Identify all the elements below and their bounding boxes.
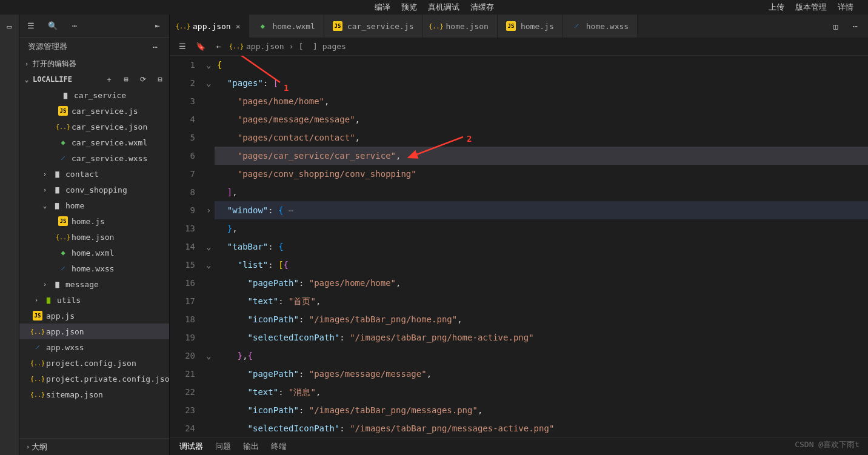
js-icon xyxy=(58,216,68,226)
tree-item[interactable]: project.private.config.json xyxy=(19,371,169,387)
tree-item[interactable]: car_service xyxy=(19,87,169,103)
search-icon[interactable]: 🔍 xyxy=(47,21,58,32)
editor-tab[interactable]: app.json× xyxy=(170,15,249,38)
wxml-icon xyxy=(58,248,68,257)
wxml-icon xyxy=(258,21,267,31)
tree-item-label: message xyxy=(65,280,99,289)
folder-open-icon xyxy=(52,201,62,210)
code-line[interactable]: "text": "消息", xyxy=(215,383,868,401)
folder-open-icon xyxy=(61,90,70,100)
code-line[interactable]: "pages/car_service/car_service", xyxy=(215,147,868,165)
tree-item-label: app.js xyxy=(46,311,75,320)
code-line[interactable]: "text": "首页", xyxy=(215,292,868,310)
panel-tab[interactable]: 输出 xyxy=(243,441,259,452)
panel-tab[interactable]: 调试器 xyxy=(179,441,203,452)
code-line[interactable]: }, xyxy=(215,219,868,237)
annotation-label-1: 1 xyxy=(284,79,289,97)
tree-item[interactable]: home.wxss xyxy=(19,261,169,276)
code-line[interactable]: "pages": [ xyxy=(215,74,868,92)
tree-item[interactable]: car_service.wxml xyxy=(19,135,169,150)
code-line[interactable]: "pages/home/home", xyxy=(215,92,868,110)
menu-item[interactable]: 编译 xyxy=(375,2,390,13)
window-icon[interactable]: ▭ xyxy=(4,21,15,32)
json-icon xyxy=(431,21,441,31)
editor-tab[interactable]: home.json xyxy=(422,15,497,38)
tree-item[interactable]: home.json xyxy=(19,229,169,245)
editor-tab[interactable]: home.wxml xyxy=(249,15,324,38)
section-project[interactable]: ⌄ LOCALLIFE ＋ ⊞ ⟳ ⊟ xyxy=(19,71,169,87)
breadcrumb-file[interactable]: app.json xyxy=(246,42,284,51)
section-open-editors[interactable]: › 打开的编辑器 xyxy=(19,56,169,71)
editor-area: app.json×home.wxmlcar_service.jshome.jso… xyxy=(170,15,868,455)
editor-tab[interactable]: home.wxss xyxy=(563,15,638,38)
panel-tab[interactable]: 问题 xyxy=(215,441,231,452)
code-line[interactable]: "pagePath": "pages/message/message", xyxy=(215,365,868,383)
list-icon[interactable]: ☰ xyxy=(177,41,188,52)
watermark: CSDN @喜欢下雨t xyxy=(795,439,860,450)
collapse-all-icon[interactable]: ⊟ xyxy=(155,74,165,85)
code-line[interactable]: { xyxy=(215,56,868,74)
tree-item[interactable]: car_service.wxss xyxy=(19,150,169,166)
editor-tab[interactable]: home.js xyxy=(498,15,563,38)
close-icon[interactable]: × xyxy=(236,22,241,31)
json-icon xyxy=(33,374,42,384)
menu-icon[interactable]: ☰ xyxy=(25,21,36,32)
tab-label: app.json xyxy=(193,22,231,31)
code-line[interactable]: "pagePath": "pages/home/home", xyxy=(215,274,868,292)
tree-item[interactable]: ⌄home xyxy=(19,198,169,213)
section-outline[interactable]: › 大纲 xyxy=(19,438,169,455)
js-icon xyxy=(58,106,68,116)
tab-label: car_service.js xyxy=(347,22,414,31)
panel-tab[interactable]: 终端 xyxy=(271,441,287,452)
top-menu: 编译预览真机调试清缓存 上传版本管理详情 xyxy=(0,0,868,15)
tree-item[interactable]: app.js xyxy=(19,308,169,324)
code-line[interactable]: "window": { ⋯ xyxy=(215,201,868,219)
split-icon[interactable]: ◫ xyxy=(830,21,841,32)
new-folder-icon[interactable]: ⊞ xyxy=(121,74,132,85)
refresh-icon[interactable]: ⟳ xyxy=(138,74,149,85)
code-line[interactable]: "iconPath": "/images/tabBar_png/messages… xyxy=(215,401,868,419)
bookmark-icon[interactable]: 🔖 xyxy=(195,41,206,52)
code-line[interactable]: },{ xyxy=(215,347,868,365)
menu-item[interactable]: 预览 xyxy=(401,2,417,13)
code-line[interactable]: "tabBar": { xyxy=(215,237,868,256)
code-line[interactable]: "pages/contact/contact", xyxy=(215,128,868,147)
code-editor[interactable]: 123456789131415161718192021222324 ⌄⌄›⌄⌄⌄… xyxy=(170,56,868,437)
back-icon[interactable]: ← xyxy=(213,41,224,52)
menu-item[interactable]: 版本管理 xyxy=(795,2,827,13)
tree-item[interactable]: app.json xyxy=(19,324,169,339)
menu-item[interactable]: 真机调试 xyxy=(428,2,459,13)
code-line[interactable]: "pages/conv_shopping/conv_shopping" xyxy=(215,165,868,183)
tree-item[interactable]: ›contact xyxy=(19,166,169,182)
breadcrumb-symbol[interactable]: pages xyxy=(322,42,346,51)
code-line[interactable]: "selectedIconPath": "/images/tabBar_png/… xyxy=(215,328,868,347)
new-file-icon[interactable]: ＋ xyxy=(104,74,115,85)
tree-item[interactable]: ›utils xyxy=(19,292,169,308)
tree-item[interactable]: car_service.js xyxy=(19,103,169,119)
code-line[interactable]: ], xyxy=(215,183,868,201)
more-icon[interactable]: ⋯ xyxy=(69,21,80,32)
menu-item[interactable]: 清缓存 xyxy=(470,2,494,13)
editor-tab[interactable]: car_service.js xyxy=(324,15,423,38)
code-line[interactable]: "pages/message/message", xyxy=(215,110,868,128)
code-line[interactable]: "iconPath": "/images/tabBar_png/home.png… xyxy=(215,310,868,328)
code-line[interactable]: "list": [{ xyxy=(215,256,868,274)
tree-item[interactable]: car_service.json xyxy=(19,119,169,135)
menu-item[interactable]: 上传 xyxy=(769,2,784,13)
tree-item[interactable]: home.wxml xyxy=(19,245,169,261)
tree-item-label: home xyxy=(65,201,84,210)
menu-item[interactable]: 详情 xyxy=(838,2,853,13)
tree-item[interactable]: ›message xyxy=(19,276,169,292)
tree-item[interactable]: app.wxss xyxy=(19,339,169,355)
json-icon xyxy=(232,42,241,51)
tree-item[interactable]: home.js xyxy=(19,213,169,229)
collapse-icon[interactable]: ⇤ xyxy=(152,21,163,32)
tree-item-label: home.js xyxy=(72,217,105,226)
code-line[interactable]: "selectedIconPath": "/images/tabBar_png/… xyxy=(215,419,868,437)
tree-item[interactable]: project.config.json xyxy=(19,355,169,371)
more-icon[interactable]: ⋯ xyxy=(850,21,861,32)
more-icon[interactable]: ⋯ xyxy=(150,41,161,52)
tree-item-label: contact xyxy=(65,170,99,179)
tree-item[interactable]: sitemap.json xyxy=(19,387,169,402)
tree-item[interactable]: ›conv_shopping xyxy=(19,182,169,198)
